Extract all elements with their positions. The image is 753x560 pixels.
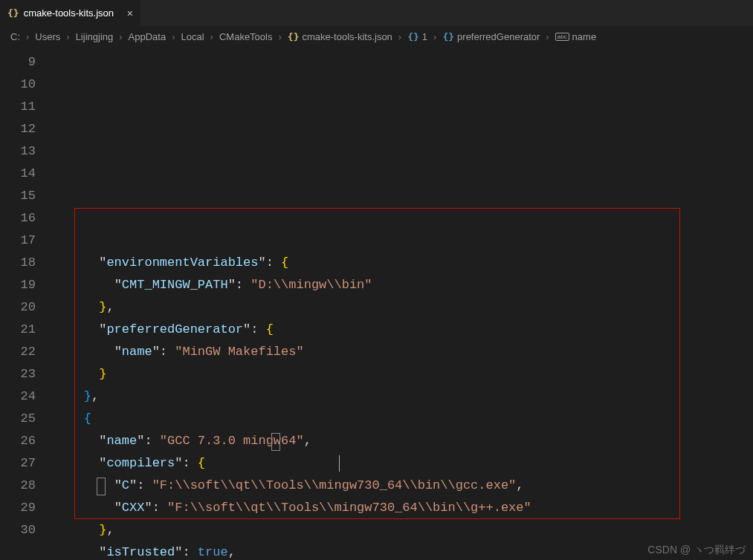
breadcrumb-part[interactable]: AppData: [129, 31, 167, 42]
line-number: 9: [0, 51, 36, 74]
line-number: 16: [0, 207, 36, 229]
code-line[interactable]: },: [54, 519, 753, 541]
line-number-gutter: 9101112131415161718192021222324252627282…: [0, 51, 54, 560]
line-number: 26: [0, 430, 36, 452]
breadcrumb-symbol[interactable]: preferredGenerator: [457, 31, 540, 42]
line-number: 30: [0, 519, 36, 541]
breadcrumb-part[interactable]: Local: [181, 31, 204, 42]
watermark: CSDN @ ヽつ羁绊づ: [647, 544, 746, 557]
breadcrumb-part[interactable]: Users: [35, 31, 60, 42]
chevron-right-icon: ›: [63, 31, 72, 42]
tab-bar: {} cmake-tools-kits.json ×: [0, 0, 753, 26]
chevron-right-icon: ›: [116, 31, 125, 42]
breadcrumb[interactable]: C:› Users› Lijingjing› AppData› Local› C…: [0, 26, 753, 47]
code-line[interactable]: "compilers": {: [54, 452, 753, 475]
code-content[interactable]: "environmentVariables": { "CMT_MINGW_PAT…: [54, 51, 753, 560]
line-number: 10: [0, 74, 36, 96]
line-number: 19: [0, 274, 36, 296]
breadcrumb-part[interactable]: CMakeTools: [219, 31, 273, 42]
chevron-right-icon: ›: [543, 31, 552, 42]
line-number: 13: [0, 140, 36, 163]
close-icon[interactable]: ×: [127, 7, 133, 19]
code-line[interactable]: "name": "GCC 7.3.0 mingw64",: [54, 430, 753, 452]
line-number: 12: [0, 118, 36, 140]
code-line[interactable]: {: [54, 408, 753, 430]
breadcrumb-symbol[interactable]: 1: [422, 31, 427, 42]
line-number: 22: [0, 341, 36, 363]
code-line[interactable]: "name": "MinGW Makefiles": [54, 341, 753, 363]
chevron-right-icon: ›: [275, 31, 284, 42]
breadcrumb-part[interactable]: Lijingjing: [76, 31, 114, 42]
code-line[interactable]: "preferredGenerator": {: [54, 319, 753, 341]
symbol-object-icon: {}: [442, 31, 454, 42]
line-number: 21: [0, 319, 36, 341]
code-line[interactable]: },: [54, 385, 753, 408]
line-number: 18: [0, 252, 36, 274]
line-number: 29: [0, 497, 36, 519]
breadcrumb-symbol[interactable]: name: [572, 31, 597, 42]
chevron-right-icon: ›: [395, 31, 404, 42]
chevron-right-icon: ›: [207, 31, 216, 42]
chevron-right-icon: ›: [23, 31, 32, 42]
symbol-string-icon: abc: [555, 33, 569, 41]
code-line[interactable]: "C": "F:\\soft\\qt\\Tools\\mingw730_64\\…: [54, 475, 753, 497]
json-file-icon: {}: [288, 31, 300, 42]
json-file-icon: {}: [7, 7, 19, 19]
text-cursor: [339, 455, 340, 472]
code-line[interactable]: "CXX": "F:\\soft\\qt\\Tools\\mingw730_64…: [54, 497, 753, 519]
tab-filename: cmake-tools-kits.json: [24, 7, 114, 19]
line-number: 27: [0, 452, 36, 475]
code-line[interactable]: }: [54, 363, 753, 385]
chevron-right-icon: ›: [169, 31, 178, 42]
line-number: 17: [0, 229, 36, 252]
line-number: 20: [0, 296, 36, 319]
line-number: 28: [0, 475, 36, 497]
editor-tab[interactable]: {} cmake-tools-kits.json ×: [0, 0, 141, 26]
line-number: 14: [0, 163, 36, 185]
code-line[interactable]: },: [54, 296, 753, 319]
line-number: 23: [0, 363, 36, 385]
code-line[interactable]: "environmentVariables": {: [54, 252, 753, 274]
line-number: 11: [0, 96, 36, 118]
chevron-right-icon: ›: [430, 31, 439, 42]
breadcrumb-part[interactable]: C:: [10, 31, 20, 42]
code-editor[interactable]: 9101112131415161718192021222324252627282…: [0, 47, 753, 560]
line-number: 15: [0, 185, 36, 207]
line-number: 24: [0, 385, 36, 408]
symbol-object-icon: {}: [407, 31, 419, 42]
breadcrumb-file[interactable]: cmake-tools-kits.json: [302, 31, 392, 42]
code-line[interactable]: "CMT_MINGW_PATH": "D:\\mingw\\bin": [54, 274, 753, 296]
line-number: 25: [0, 408, 36, 430]
